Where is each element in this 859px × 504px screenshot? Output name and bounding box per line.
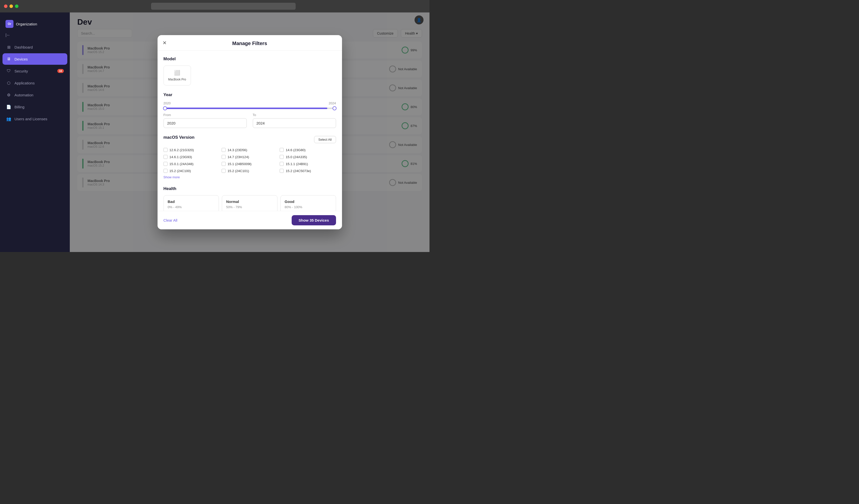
version-label: 15.0 (24A335): [286, 155, 307, 159]
version-checkbox[interactable]: [222, 169, 226, 173]
version-label: 14.7 (23H124): [228, 155, 249, 159]
sidebar-item-security[interactable]: 🛡 Security 34: [2, 65, 67, 77]
sidebar-item-applications[interactable]: ⬡ Applications: [2, 77, 67, 89]
sidebar-org: Or Organization: [0, 17, 70, 33]
version-label: 15.1 (24B5009l): [228, 162, 252, 166]
health-card-normal[interactable]: Normal 50% - 79%: [222, 195, 277, 211]
modal-body[interactable]: Model ⬜ MacBook Pro Year 2020 2024: [157, 50, 342, 211]
select-all-button[interactable]: Select All: [314, 136, 336, 143]
list-item: 15.2 (24C5073e): [280, 169, 336, 173]
health-card-label: Bad: [168, 200, 215, 204]
sidebar-item-label: Devices: [14, 57, 28, 61]
list-item: 15.1.1 (24B91): [280, 162, 336, 166]
list-item: 14.6.1 (23G93): [164, 155, 220, 159]
year-to-label: To: [253, 113, 336, 117]
health-card-range: 0% - 49%: [168, 205, 215, 209]
sidebar-item-label: Applications: [14, 81, 35, 85]
clear-all-button[interactable]: Clear All: [164, 218, 178, 222]
version-label: 14.3 (23D56): [228, 148, 247, 152]
version-checkbox[interactable]: [164, 155, 167, 159]
users-icon: 👥: [6, 116, 12, 122]
sidebar: Or Organization |← ⊞ Dashboard 🖥 Devices…: [0, 13, 70, 252]
org-avatar: Or: [5, 20, 13, 28]
health-filter-section: Health Bad 0% - 49% Normal 50% - 79%: [164, 186, 336, 211]
traffic-light-yellow[interactable]: [10, 4, 13, 8]
sidebar-collapse-btn[interactable]: |←: [0, 33, 70, 41]
manage-filters-modal: ✕ Manage Filters Model ⬜ MacBook Pro: [157, 35, 342, 229]
version-label: 12.6.2 (21G320): [169, 148, 194, 152]
traffic-lights: [4, 4, 18, 8]
slider-fill: [164, 108, 327, 109]
traffic-light-red[interactable]: [4, 4, 7, 8]
slider-thumb-left[interactable]: [163, 106, 167, 110]
sidebar-item-dashboard[interactable]: ⊞ Dashboard: [2, 41, 67, 53]
sidebar-item-label: Users and Licenses: [14, 117, 47, 121]
version-checkbox[interactable]: [164, 169, 167, 173]
year-to-input[interactable]: [253, 118, 336, 128]
version-checkbox[interactable]: [164, 148, 167, 152]
version-checkbox[interactable]: [280, 169, 284, 173]
org-name: Organization: [16, 22, 37, 26]
dashboard-icon: ⊞: [6, 44, 12, 50]
version-checkbox[interactable]: [280, 155, 284, 159]
show-devices-button[interactable]: Show 35 Devices: [292, 215, 336, 225]
year-from-label: From: [164, 113, 247, 117]
year-slider-track[interactable]: [164, 108, 336, 109]
modal-overlay: ✕ Manage Filters Model ⬜ MacBook Pro: [70, 13, 430, 252]
health-card-label: Good: [285, 200, 332, 204]
version-grid: 12.6.2 (21G320) 14.3 (23D56) 14.6 (23G80…: [164, 148, 336, 173]
model-card-label: MacBook Pro: [168, 78, 186, 81]
sidebar-item-users-licenses[interactable]: 👥 Users and Licenses: [2, 113, 67, 125]
year-from-input[interactable]: [164, 118, 247, 128]
version-checkbox[interactable]: [280, 148, 284, 152]
year-max-label: 2024: [329, 101, 336, 105]
sidebar-item-automation[interactable]: ⚙ Automation: [2, 89, 67, 100]
url-bar[interactable]: [151, 3, 296, 10]
modal-close-button[interactable]: ✕: [163, 40, 167, 45]
sidebar-nav: ⊞ Dashboard 🖥 Devices 🛡 Security 34 ⬡ Ap…: [0, 41, 70, 125]
slider-thumb-right[interactable]: [333, 106, 336, 110]
sidebar-item-devices[interactable]: 🖥 Devices: [2, 53, 67, 65]
health-card-bad[interactable]: Bad 0% - 49%: [164, 195, 219, 211]
list-item: 12.6.2 (21G320): [164, 148, 220, 152]
modal-footer: Clear All Show 35 Devices: [157, 211, 342, 229]
version-label: 15.1.1 (24B91): [286, 162, 308, 166]
model-filter-section: Model ⬜ MacBook Pro: [164, 57, 336, 85]
applications-icon: ⬡: [6, 80, 12, 86]
version-label: 15.2 (24C101): [228, 169, 249, 173]
laptop-icon: ⬜: [174, 70, 180, 76]
health-card-range: 50% - 79%: [226, 205, 273, 209]
version-label: 15.2 (24C100): [169, 169, 191, 173]
security-icon: 🛡: [6, 68, 12, 74]
model-card-macbook-pro[interactable]: ⬜ MacBook Pro: [164, 65, 191, 85]
health-card-range: 80% - 100%: [285, 205, 332, 209]
version-checkbox[interactable]: [164, 162, 167, 166]
health-card-good[interactable]: Good 80% - 100%: [281, 195, 336, 211]
version-checkbox[interactable]: [222, 162, 226, 166]
sidebar-item-label: Security: [14, 69, 28, 73]
version-checkbox[interactable]: [280, 162, 284, 166]
modal-title: Manage Filters: [232, 41, 267, 46]
devices-icon: 🖥: [6, 56, 12, 62]
list-item: 15.2 (24C100): [164, 169, 220, 173]
macos-version-title: macOS Version: [164, 135, 195, 140]
year-section-title: Year: [164, 92, 336, 97]
list-item: 14.7 (23H124): [222, 155, 278, 159]
version-label: 14.6.1 (23G93): [169, 155, 192, 159]
year-range-labels: 2020 2024: [164, 101, 336, 105]
sidebar-item-label: Billing: [14, 105, 25, 109]
list-item: 15.1 (24B5009l): [222, 162, 278, 166]
version-checkbox[interactable]: [222, 155, 226, 159]
version-label: 14.6 (23G80): [286, 148, 306, 152]
automation-icon: ⚙: [6, 92, 12, 98]
model-section-title: Model: [164, 57, 336, 62]
show-more-link[interactable]: Show more: [164, 175, 180, 179]
traffic-light-green[interactable]: [15, 4, 18, 8]
sidebar-item-billing[interactable]: 📄 Billing: [2, 101, 67, 113]
health-card-label: Normal: [226, 200, 273, 204]
health-cards: Bad 0% - 49% Normal 50% - 79% Good 80% -…: [164, 195, 336, 211]
version-checkbox[interactable]: [222, 148, 226, 152]
version-header: macOS Version Select All: [164, 135, 336, 144]
year-slider-container: 2020 2024: [164, 101, 336, 109]
list-item: 15.0.1 (24A348): [164, 162, 220, 166]
